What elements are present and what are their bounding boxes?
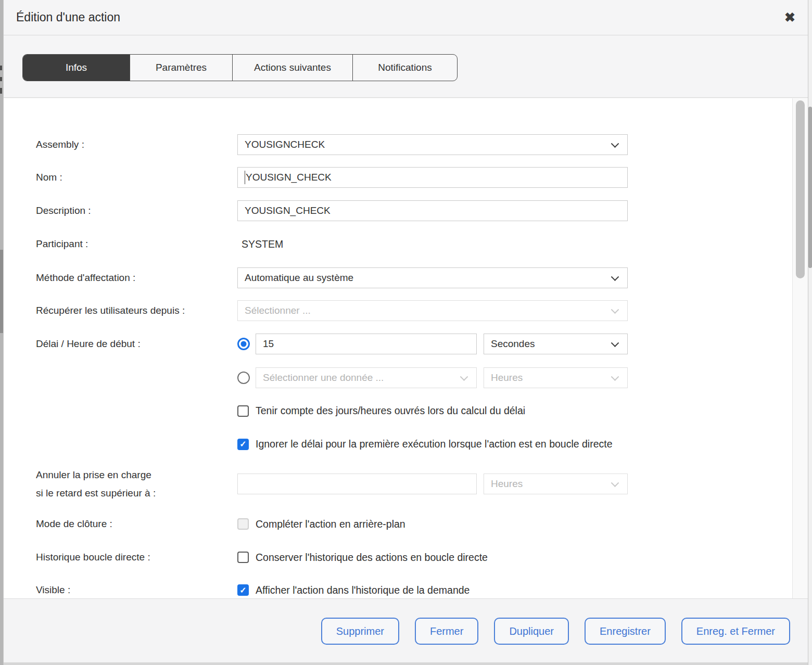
delai-duration-unit-select[interactable]: Secondes <box>484 334 628 354</box>
close-icon[interactable]: ✖ <box>784 11 795 24</box>
tab-notifications[interactable]: Notifications <box>352 55 457 81</box>
mode-cloture-label: Mode de clôture : <box>36 518 237 531</box>
annulation-label-line1: Annuler la prise en charge <box>36 466 237 484</box>
description-input[interactable]: YOUSIGN_CHECK <box>237 200 628 221</box>
visible-row: Visible : ✓ Afficher l'action dans l'his… <box>36 584 470 597</box>
browser-scrollbar-thumb[interactable] <box>808 107 812 268</box>
annulation-row: Annuler la prise en charge si le retard … <box>36 466 628 502</box>
background-page-fragment <box>0 88 2 94</box>
historique-boucle-option-label: Conserver l'historique des actions en bo… <box>256 552 488 564</box>
delai-duration-radio[interactable] <box>237 338 250 350</box>
historique-boucle-checkbox[interactable] <box>237 552 249 563</box>
browser-scrollbar-track[interactable] <box>808 0 812 665</box>
edit-action-dialog: Édition d'une action ✖ Infos Paramètres … <box>3 0 808 665</box>
content-scrollbar-thumb[interactable] <box>796 100 805 278</box>
form-content: Assembly : YOUSIGNCHECK Nom : YOUSIGN_CH… <box>4 98 808 598</box>
text-cursor <box>245 171 245 184</box>
methode-affectation-select[interactable]: Automatique au système <box>237 267 628 288</box>
dialog-header: Édition d'une action ✖ <box>4 0 808 35</box>
dialog-title: Édition d'une action <box>16 10 784 24</box>
visible-option-label: Afficher l'action dans l'historique de l… <box>256 584 470 596</box>
dupliquer-button[interactable]: Dupliquer <box>494 618 569 645</box>
recuperer-utilisateurs-placeholder: Sélectionner ... <box>245 305 311 316</box>
annulation-unit-select: Heures <box>484 474 628 494</box>
methode-affectation-value: Automatique au système <box>245 272 353 284</box>
tabs-zone: Infos Paramètres Actions suivantes Notif… <box>4 35 808 98</box>
background-page-fragment <box>0 66 2 70</box>
description-label: Description : <box>36 204 237 218</box>
assembly-select[interactable]: YOUSIGNCHECK <box>237 134 628 155</box>
nom-input[interactable]: YOUSIGN_CHECK <box>237 167 628 188</box>
recuperer-utilisateurs-label: Récupérer les utilisateurs depuis : <box>36 304 237 317</box>
dialog-bottom-edge <box>4 662 808 665</box>
jours-ouvres-label: Tenir compte des jours/heures ouvrés lor… <box>256 405 525 417</box>
delai-data-radio[interactable] <box>237 372 250 384</box>
ignorer-delai-checkbox[interactable]: ✓ <box>237 439 249 450</box>
tab-actions-suivantes[interactable]: Actions suivantes <box>232 55 352 81</box>
delai-data-select: Sélectionner une donnée ... <box>256 367 477 388</box>
assembly-value: YOUSIGNCHECK <box>245 139 325 150</box>
supprimer-button[interactable]: Supprimer <box>321 618 399 645</box>
description-value: YOUSIGN_CHECK <box>245 205 331 216</box>
recuperer-utilisateurs-select: Sélectionner ... <box>237 300 628 321</box>
nom-label: Nom : <box>36 171 237 184</box>
visible-label: Visible : <box>36 584 237 597</box>
delai-duration-unit-value: Secondes <box>491 338 535 350</box>
enreg-et-fermer-button[interactable]: Enreg. et Fermer <box>681 618 790 645</box>
tab-parametres[interactable]: Paramètres <box>130 55 232 81</box>
methode-affectation-row: Méthode d'affectation : Automatique au s… <box>36 267 628 288</box>
nom-value: YOUSIGN_CHECK <box>246 172 332 183</box>
jours-ouvres-row: Tenir compte des jours/heures ouvrés lor… <box>237 405 525 417</box>
enregistrer-button[interactable]: Enregistrer <box>585 618 666 645</box>
mode-cloture-option-label: Compléter l'action en arrière-plan <box>256 518 405 530</box>
annulation-input[interactable] <box>237 474 477 494</box>
recuperer-utilisateurs-row: Récupérer les utilisateurs depuis : Séle… <box>36 300 628 321</box>
delai-data-row: Sélectionner une donnée ... Heures <box>237 367 628 388</box>
delai-duration-row: Délai / Heure de début : 15 Secondes <box>36 334 628 354</box>
content-scrollbar-track[interactable] <box>792 98 808 598</box>
methode-affectation-label: Méthode d'affectation : <box>36 272 237 285</box>
assembly-label: Assembly : <box>36 138 237 151</box>
delai-label: Délai / Heure de début : <box>36 338 237 351</box>
delai-data-placeholder: Sélectionner une donnée ... <box>263 372 384 383</box>
delai-duration-input[interactable]: 15 <box>256 334 477 354</box>
mode-cloture-checkbox <box>237 518 249 530</box>
ignorer-delai-label: Ignorer le délai pour la première exécut… <box>256 438 613 450</box>
visible-checkbox[interactable]: ✓ <box>237 584 249 596</box>
dialog-footer: Supprimer Fermer Dupliquer Enregistrer E… <box>4 598 808 662</box>
participant-label: Participant : <box>36 238 237 251</box>
fermer-button[interactable]: Fermer <box>415 618 478 645</box>
annulation-label: Annuler la prise en charge si le retard … <box>36 466 237 502</box>
historique-boucle-row: Historique boucle directe : Conserver l'… <box>36 551 488 564</box>
nom-row: Nom : YOUSIGN_CHECK <box>36 167 628 188</box>
tab-group: Infos Paramètres Actions suivantes Notif… <box>22 54 458 81</box>
annulation-unit-value: Heures <box>491 478 523 490</box>
historique-boucle-label: Historique boucle directe : <box>36 551 237 564</box>
assembly-row: Assembly : YOUSIGNCHECK <box>36 134 628 155</box>
delai-duration-value: 15 <box>263 338 274 350</box>
tab-infos[interactable]: Infos <box>23 55 130 81</box>
delai-data-unit-value: Heures <box>491 372 523 383</box>
participant-value: SYSTEM <box>237 238 283 250</box>
ignorer-delai-row: ✓ Ignorer le délai pour la première exéc… <box>237 438 613 450</box>
jours-ouvres-checkbox[interactable] <box>237 405 249 417</box>
description-row: Description : YOUSIGN_CHECK <box>36 200 628 221</box>
delai-data-unit-select: Heures <box>484 367 628 388</box>
background-page-fragment <box>0 77 2 81</box>
annulation-label-line2: si le retard est supérieur à : <box>36 484 237 502</box>
participant-row: Participant : SYSTEM <box>36 234 283 254</box>
mode-cloture-row: Mode de clôture : Compléter l'action en … <box>36 518 405 531</box>
